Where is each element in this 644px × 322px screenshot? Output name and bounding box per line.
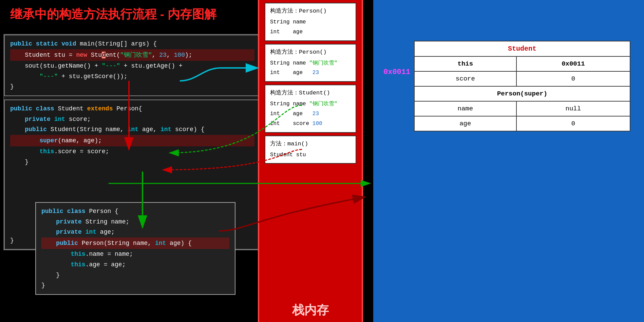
cell-age-label: age [414, 116, 516, 131]
cell-name-label: name [414, 101, 516, 116]
cell-name-value: null [516, 101, 630, 116]
code-line: } [10, 157, 254, 167]
code-line-highlight: Student stu = new Student("钢门吹雪", 23, 10… [10, 49, 254, 61]
stack-row: int age 23 [270, 109, 351, 119]
stack-frame-person-empty: 构造方法：Person() String name int age [262, 3, 359, 41]
stack-row: String name [270, 17, 351, 27]
code-line: private int age; [41, 227, 229, 237]
table-row-section: Person(super) [414, 86, 630, 101]
code-line: } [10, 82, 254, 92]
stack-frame: 构造方法：Person() String name int age [265, 3, 356, 41]
stack-row: int age 23 [270, 68, 351, 78]
stack-frame: 构造方法：Person() String name "钢门吹雪" int age… [265, 44, 356, 82]
person-super-header: Person(super) [414, 86, 630, 101]
cell-this-value: 0x0011 [516, 56, 630, 71]
cell-age-value: 0 [516, 116, 630, 131]
table-row: score 0 [414, 71, 630, 86]
code-line: this.name = name; [41, 249, 229, 260]
code-line: public Student(String name, int age, int… [10, 124, 254, 135]
stack-frame-student-vals: 构造方法：Student() String name "钢门吹雪" int ag… [262, 85, 359, 132]
code-line: } [41, 270, 229, 281]
page-title: 继承中的构造方法执行流程 - 内存图解 [10, 6, 216, 23]
heap-object-table: Student this 0x0011 score 0 Person(super… [414, 41, 630, 131]
table-row: name null [414, 101, 630, 116]
code-line: public class Student extends Person{ [10, 104, 254, 114]
frame-title: 方法：main() [270, 140, 351, 147]
stack-frame: 方法：main() Student stu [265, 136, 356, 164]
frame-title: 构造方法：Person() [270, 7, 351, 15]
code-line: private int score; [10, 114, 254, 125]
person-class-box: public class Person { private String nam… [35, 202, 235, 295]
stack-row: int age [270, 27, 351, 37]
stack-label: 栈内存 [292, 302, 329, 319]
stack-frame-person-vals: 构造方法：Person() String name "钢门吹雪" int age… [262, 44, 359, 82]
code-line: private String name; [41, 217, 229, 227]
stack-frame: 构造方法：Student() String name "钢门吹雪" int ag… [265, 85, 356, 132]
heap-table-wrapper: Student this 0x0011 score 0 Person(super… [414, 41, 630, 131]
cell-score-value: 0 [516, 71, 630, 86]
code-line-super: super(name, age); [10, 135, 254, 147]
stack-row: Student stu [270, 150, 351, 160]
class-name-header: Student [414, 41, 630, 56]
stack-frame-main: 方法：main() Student stu [262, 136, 359, 164]
stack-memory-panel: 构造方法：Person() String name int age 构造方法：P… [258, 0, 363, 322]
cell-this-label: this [414, 56, 516, 71]
code-line-person-constructor: public Person(String name, int age) { [41, 237, 229, 249]
heap-address-label: 0x0011 [383, 68, 410, 76]
heap-memory-panel: 0x0011 Student this 0x0011 score 0 Perso… [373, 0, 644, 322]
code-line: public class Person { [41, 206, 229, 217]
code-line: } [41, 280, 229, 291]
frame-title: 构造方法：Person() [270, 48, 351, 56]
code-line: this.age = age; [41, 260, 229, 270]
stack-row: String name "钢门吹雪" [270, 58, 351, 68]
code-line: sout(stu.getName() + "---" + stu.getAge(… [10, 61, 254, 71]
cell-score-label: score [414, 71, 516, 86]
left-code-panel: public static void main(String[] args) {… [3, 34, 261, 250]
frame-title: 构造方法：Student() [270, 89, 351, 96]
stack-row: int score 100 [270, 119, 351, 129]
code-line: "---" + stu.getScore()); [10, 71, 254, 82]
code-line: public static void main(String[] args) { [10, 39, 254, 49]
stack-row: String name "钢门吹雪" [270, 99, 351, 109]
code-line: this.score = score; [10, 146, 254, 157]
main-method-box: public static void main(String[] args) {… [4, 35, 261, 96]
table-row: age 0 [414, 116, 630, 131]
table-row: this 0x0011 [414, 56, 630, 71]
student-class-box: public class Student extends Person{ pri… [4, 100, 261, 250]
